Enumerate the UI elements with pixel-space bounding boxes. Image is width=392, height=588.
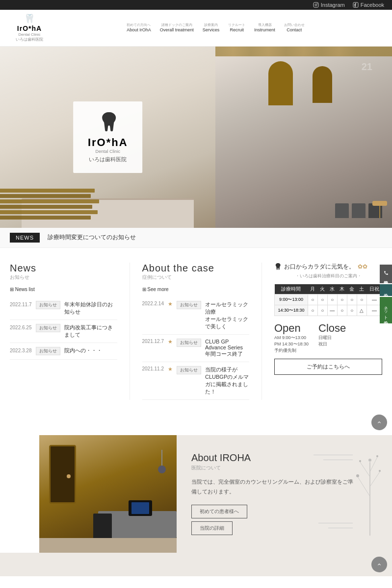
nav-link-instrument[interactable]: 導入機器Instrument bbox=[250, 21, 279, 35]
close-box: Close 日曜日 祝日 bbox=[318, 322, 346, 354]
svg-point-13 bbox=[368, 459, 371, 462]
top-bar: Instagram Facebook bbox=[0, 0, 392, 10]
nav-logo-dental: Dental Clinic bbox=[10, 32, 49, 37]
schedule-col-wed: 水 bbox=[327, 284, 337, 294]
hero-dental-text: Dental Clinic bbox=[88, 149, 128, 154]
about-btn-detail[interactable]: 当院の詳細 bbox=[191, 521, 233, 535]
arch-door-1 bbox=[268, 61, 293, 105]
schedule-col-thu: 木 bbox=[337, 284, 347, 294]
schedule-row-afternoon: 14:30〜18:30 ○ ○ — ○ ○ △ — bbox=[275, 305, 382, 316]
facebook-icon bbox=[353, 2, 359, 8]
svg-line-5 bbox=[358, 477, 370, 496]
close-days2: 祝日 bbox=[318, 341, 346, 347]
open-am: AM 9:00〜13:00 bbox=[274, 335, 309, 341]
case-section: About the case 症例について ⊞ See more 2022.2.… bbox=[142, 263, 250, 400]
nav-link-services[interactable]: 診療案内Services bbox=[199, 21, 224, 35]
scroll-up-btn-1[interactable] bbox=[371, 415, 387, 430]
close-days: 日曜日 bbox=[318, 335, 346, 341]
arch-door-2 bbox=[313, 66, 332, 103]
open-box: Open AM 9:00〜13:00 PM 14:30〜18:30 予約優先制 bbox=[274, 322, 309, 354]
schedule-col-fri: 金 bbox=[347, 284, 357, 294]
case-list: 2022.2.14 ★ お知らせ オールセラミック治療 オールセラミックで美しく… bbox=[142, 297, 250, 400]
case-title-en: About the case bbox=[142, 263, 250, 274]
news-list-link[interactable]: ⊞ News list bbox=[10, 287, 35, 292]
case-item-1: 2022.2.14 ★ お知らせ オールセラミック治療 オールセラミックで美しく bbox=[142, 297, 250, 335]
chevron-up-icon-1 bbox=[376, 419, 382, 425]
nav-link-about[interactable]: 初めての方向へAbout IrOhA bbox=[123, 21, 155, 35]
schedule-row-morning: 9:00〜13:00 ○ ○ ○ ○ ○ ○ — bbox=[275, 294, 382, 305]
news-tag: NEWS bbox=[10, 233, 40, 243]
plant-decoration bbox=[353, 438, 387, 536]
instagram-icon bbox=[313, 2, 319, 8]
news-section: News お知らせ ⊞ News list 2022.11.7 お知らせ 年末年… bbox=[10, 263, 117, 400]
svg-point-11 bbox=[359, 460, 361, 462]
about-door bbox=[49, 445, 76, 504]
case-see-more-link[interactable]: ⊞ See more bbox=[142, 287, 169, 292]
schedule-sub: ・いろは歯科治療科目のご案内・ bbox=[274, 273, 382, 279]
reserve-button[interactable]: 予約 bbox=[380, 284, 392, 296]
nav-link-recruit[interactable]: リクルートRecruit bbox=[224, 21, 249, 35]
svg-point-1 bbox=[315, 4, 317, 6]
scroll-up-btn-2[interactable] bbox=[371, 557, 387, 572]
about-image bbox=[39, 435, 177, 553]
schedule-section: お口からカラダに元気を。✿✿ ・いろは歯科治療科目のご案内・ 診療時間 月 火 … bbox=[274, 263, 382, 400]
schedule-title: お口からカラダに元気を。 bbox=[284, 263, 355, 271]
about-plant-small bbox=[157, 450, 167, 479]
stool bbox=[372, 201, 387, 218]
about-monitor bbox=[129, 500, 152, 516]
close-title: Close bbox=[318, 322, 346, 335]
svg-line-6 bbox=[370, 472, 380, 487]
case-title-jp: 症例について bbox=[142, 274, 250, 281]
about-white-strip bbox=[0, 435, 39, 553]
instagram-link[interactable]: Instagram bbox=[313, 2, 345, 8]
svg-rect-0 bbox=[314, 2, 318, 7]
section-divider-2 bbox=[261, 263, 262, 400]
tooth-svg bbox=[98, 111, 118, 133]
about-content: About IROHA 医院について 当院では、完全個室のカウンセリングルーム、… bbox=[177, 435, 392, 553]
schedule-col-mon: 月 bbox=[308, 284, 317, 294]
side-buttons: 電話予約 予約 ネット予約 bbox=[380, 265, 392, 323]
news-title-en: News bbox=[10, 263, 117, 274]
phone-button[interactable]: 電話予約 bbox=[380, 265, 392, 283]
section-divider-1 bbox=[130, 263, 130, 400]
news-title-jp: お知らせ bbox=[10, 274, 117, 281]
net-reserve-button[interactable]: ネット予約 bbox=[380, 297, 392, 323]
greeting-section: Greeting ごあいさつ bbox=[0, 576, 392, 588]
hero-reception: 21 bbox=[215, 47, 392, 228]
news-list: 2022.11.7 お知らせ 年末年始休診日のお知らせ 2022.6.25 お知… bbox=[10, 297, 117, 360]
door-handle bbox=[67, 474, 71, 478]
reserve-link[interactable]: ご予約はこちらへ bbox=[274, 359, 382, 375]
about-desc: 当院では、完全個室のカウンセリングルーム、および診察室をご準備しております。 bbox=[191, 477, 377, 497]
nav-link-contact[interactable]: お問い合わせContact bbox=[280, 21, 309, 35]
news-banner: NEWS 診療時間変更についてのお知らせ bbox=[0, 228, 392, 248]
hero-tooth-icon bbox=[88, 111, 128, 136]
main-sections: News お知らせ ⊞ News list 2022.11.7 お知らせ 年末年… bbox=[0, 248, 392, 415]
about-wrapper: About IROHA 医院について 当院では、完全個室のカウンセリングルーム、… bbox=[0, 435, 392, 553]
main-nav: 🦷 IrO*hA Dental Clinic いろは歯科医院 初めての方向へAb… bbox=[0, 10, 392, 47]
chevron-up-icon-2 bbox=[376, 562, 382, 567]
hero-logo-box: IrO*hA Dental Clinic いろは歯科医院 bbox=[73, 101, 143, 173]
nav-logo-name: IrO*hA bbox=[10, 24, 49, 33]
about-btn-first[interactable]: 初めての患者様へ bbox=[191, 505, 247, 518]
hero-jp-name: いろは歯科医院 bbox=[88, 156, 128, 163]
facebook-link[interactable]: Facebook bbox=[353, 2, 384, 8]
svg-point-9 bbox=[356, 474, 359, 477]
schedule-header: お口からカラダに元気を。✿✿ bbox=[274, 263, 382, 271]
svg-point-10 bbox=[379, 470, 381, 472]
open-pm: PM 14:30〜18:30 bbox=[274, 341, 309, 347]
news-item-3: 2022.3.28 お知らせ 院内への・・・ bbox=[10, 343, 117, 360]
nav-link-treatment[interactable]: 諸種ドックのご案内Overall treatment bbox=[156, 21, 198, 35]
schedule-tooth-icon bbox=[274, 263, 281, 270]
case-item-2: 2021.12.7 ★ お知らせ CLUB GP Advance Series … bbox=[142, 335, 250, 362]
hero-section: IrO*hA Dental Clinic いろは歯科医院 bbox=[0, 47, 392, 228]
phone-icon bbox=[384, 270, 389, 275]
wood-slats bbox=[0, 189, 86, 228]
hero-logo-text: IrO*hA bbox=[88, 136, 128, 149]
svg-point-2 bbox=[317, 3, 318, 4]
schedule-col-sat: 土 bbox=[357, 284, 366, 294]
svg-point-12 bbox=[376, 455, 378, 457]
hero-right: 21 bbox=[215, 47, 392, 228]
open-note: 予約優先制 bbox=[274, 347, 309, 354]
schedule-table: 診療時間 月 火 水 木 金 土 日祝 9:00〜13:00 ○ ○ ○ ○ bbox=[274, 284, 382, 316]
schedule-col-time: 診療時間 bbox=[275, 284, 308, 294]
